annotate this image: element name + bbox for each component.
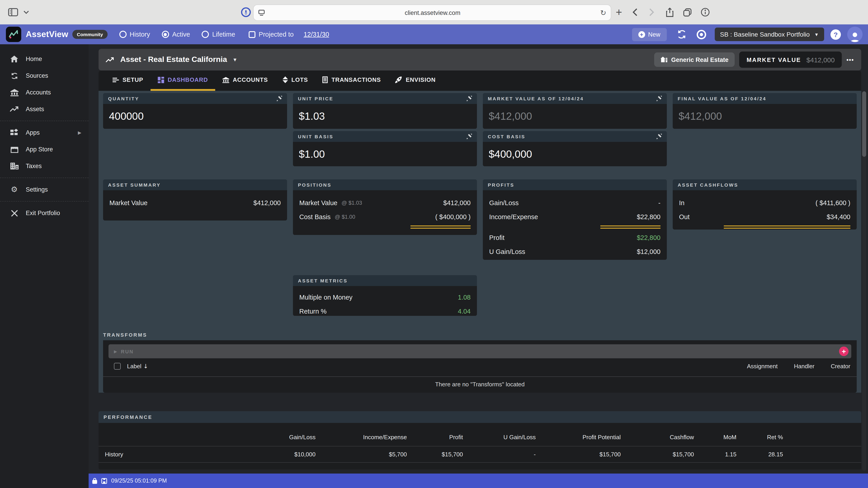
row-label: Return % — [299, 307, 327, 315]
row-label: Gain/Loss — [489, 199, 519, 206]
transactions-icon — [322, 76, 328, 83]
help-icon[interactable]: ? — [831, 29, 841, 39]
info-icon[interactable] — [701, 0, 710, 24]
scrollbar[interactable] — [862, 91, 866, 471]
storefront-icon — [10, 146, 19, 153]
sidebar-item-assets[interactable]: Assets — [0, 101, 89, 118]
add-transform-button[interactable]: + — [839, 347, 848, 356]
sort-desc-icon[interactable]: ↓ — [143, 363, 148, 369]
radio-selected-icon[interactable] — [162, 31, 169, 38]
sidebar-toggle-icon[interactable] — [8, 0, 18, 24]
asset-header: Asset - Real Estate California ▼ Generic… — [98, 49, 861, 70]
asset-category-badge[interactable]: Generic Real Estate — [654, 53, 735, 67]
back-icon[interactable] — [632, 0, 638, 24]
column-handler[interactable]: Handler — [794, 363, 814, 369]
asset-title[interactable]: Asset - Real Estate California — [120, 55, 227, 64]
radio-icon[interactable] — [119, 31, 127, 38]
chevron-down-icon[interactable] — [24, 0, 29, 24]
forward-icon[interactable] — [649, 0, 654, 24]
card-label: UNIT PRICE — [298, 96, 333, 101]
view-option-lifetime[interactable]: Lifetime — [202, 31, 235, 38]
select-all-checkbox[interactable] — [114, 363, 121, 369]
edit-pencil-icon[interactable] — [277, 96, 282, 101]
edit-pencil-icon[interactable] — [467, 96, 472, 101]
final-value-asof-card: FINAL VALUE AS OF 12/04/24 $412,000 — [673, 93, 857, 129]
sidebar-divider — [0, 121, 89, 121]
more-menu-icon[interactable]: ••• — [846, 56, 854, 63]
password-extension-icon[interactable] — [241, 0, 251, 24]
positions-panel: POSITIONS Market Value@ $1.03$412,000 Co… — [293, 180, 477, 235]
row-at: @ $1.03 — [342, 199, 362, 206]
sidebar-divider — [0, 201, 89, 201]
sidebar-item-taxes[interactable]: Taxes — [0, 158, 89, 174]
visibility-icon[interactable] — [696, 29, 706, 39]
sidebar-item-exit-portfolio[interactable]: Exit Portfolio — [0, 205, 89, 221]
tab-envision[interactable]: ENVISION — [388, 70, 443, 91]
portfolio-selector[interactable]: SB : Baseline Sandbox Portfolio ▼ — [715, 28, 824, 41]
checkbox-icon[interactable] — [249, 31, 255, 38]
sidebar-item-accounts[interactable]: Accounts — [0, 84, 89, 101]
user-avatar[interactable] — [847, 27, 863, 42]
col-mom: MoM — [694, 433, 737, 440]
edit-pencil-icon[interactable] — [656, 96, 662, 101]
card-value: $412,000 — [483, 104, 667, 129]
assetview-logo[interactable] — [6, 27, 21, 42]
save-icon — [101, 478, 107, 484]
sync-icon[interactable] — [677, 29, 686, 39]
scrollbar-thumb[interactable] — [862, 91, 866, 157]
column-creator[interactable]: Creator — [831, 363, 850, 369]
col-u-gain-loss: U Gain/Loss — [463, 433, 536, 440]
sidebar: Home Sources Accounts Assets Apps ▶ — [0, 44, 89, 488]
tab-accounts[interactable]: ACCOUNTS — [215, 70, 275, 91]
tab-overview-icon[interactable] — [683, 0, 692, 24]
rocket-icon — [395, 76, 402, 83]
sidebar-item-home[interactable]: Home — [0, 51, 89, 67]
table-row-active[interactable]: Active - $22,800 $22,800 $12,000 $34,800… — [98, 466, 861, 469]
sidebar-item-app-store[interactable]: App Store — [0, 141, 89, 158]
community-badge: Community — [72, 30, 107, 39]
sidebar-item-apps[interactable]: Apps ▶ — [0, 124, 89, 141]
col-gain-loss: Gain/Loss — [225, 433, 315, 440]
browser-toolbar: client.assetview.com ↻ + — [0, 0, 868, 25]
sidebar-item-sources[interactable]: Sources — [0, 67, 89, 84]
view-option-history[interactable]: History — [119, 31, 150, 38]
row-value: - — [658, 199, 660, 206]
row-label: Market Value — [299, 199, 338, 206]
reload-icon[interactable]: ↻ — [600, 8, 606, 17]
address-bar[interactable]: client.assetview.com ↻ — [253, 4, 611, 21]
tab-dashboard[interactable]: DASHBOARD — [151, 70, 215, 91]
column-label[interactable]: Label — [127, 363, 142, 369]
new-button[interactable]: + New — [632, 28, 666, 41]
table-row-history[interactable]: History $10,000 $5,700 $15,700 - $15,700… — [98, 447, 861, 462]
play-icon: ▶ — [114, 349, 118, 354]
edit-pencil-icon[interactable] — [656, 134, 662, 139]
caret-down-icon[interactable]: ▼ — [232, 57, 237, 62]
column-assignment[interactable]: Assignment — [747, 363, 778, 369]
view-option-active[interactable]: Active — [162, 31, 190, 38]
dashboard-icon — [158, 76, 164, 83]
projected-date-link[interactable]: 12/31/30 — [304, 31, 329, 38]
projected-to-checkbox[interactable]: Projected to — [249, 31, 293, 38]
share-icon[interactable] — [666, 0, 674, 24]
row-label: Multiple on Money — [299, 293, 352, 301]
tab-setup[interactable]: SETUP — [105, 70, 151, 91]
panel-title: ASSET SUMMARY — [108, 182, 161, 188]
row-at: @ $1.00 — [335, 214, 355, 220]
new-tab-icon[interactable]: + — [616, 0, 622, 24]
bank-icon — [10, 89, 19, 96]
card-label: UNIT BASIS — [298, 134, 333, 139]
sidebar-item-settings[interactable]: ⚙ Settings — [0, 181, 89, 198]
tab-transactions[interactable]: TRANSACTIONS — [315, 70, 388, 91]
run-button[interactable]: ▶ RUN — [114, 349, 134, 354]
gold-divider — [724, 225, 850, 229]
row-value: $12,000 — [637, 248, 660, 255]
building-icon — [10, 163, 19, 169]
radio-icon[interactable] — [202, 31, 209, 38]
caret-down-icon: ▼ — [814, 32, 819, 37]
edit-pencil-icon[interactable] — [467, 134, 472, 139]
lock-icon — [92, 478, 97, 484]
gear-icon: ⚙ — [10, 186, 19, 193]
market-value-pill: MARKET VALUE $412,000 — [739, 52, 842, 68]
tab-lots[interactable]: LOTS — [275, 70, 315, 91]
row-value: ( $400,000 ) — [435, 213, 471, 220]
